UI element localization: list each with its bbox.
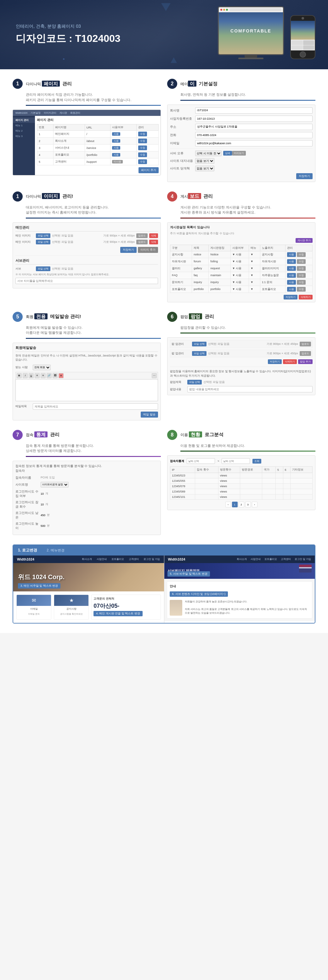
toolbar-italic[interactable]: I	[23, 373, 28, 378]
th-other: 기타정보	[290, 467, 312, 473]
select-server-error[interactable]: 선택 시 이동 전 선택	[195, 151, 222, 156]
btn-del-board[interactable]: 삭제하기	[299, 295, 312, 299]
btn-edit2[interactable]: 수정	[297, 280, 306, 285]
btn-del-popup[interactable]: 삭제하기	[283, 359, 297, 364]
btn-edit[interactable]: 사용	[287, 259, 296, 264]
save-basic-btn[interactable]: 저장하기	[296, 173, 312, 179]
preview-person: 저희들이 건강하여 품격 높은 표준(0시간이) 되겠습니다. 저희 서비스는 …	[170, 600, 310, 616]
mail-body-input[interactable]	[16, 379, 158, 401]
input-company[interactable]	[195, 107, 312, 114]
menu-menu3[interactable]: 메뉴 3	[13, 134, 35, 139]
edit-btn[interactable]: 수정	[138, 138, 147, 143]
toolbar-align-center[interactable]: ≡	[41, 373, 46, 378]
btn-popup-title-select[interactable]: 파일 선택	[187, 380, 202, 385]
preview-label-4: 4. 메인 게시판 연결 및 텍스트 변경	[93, 611, 143, 616]
toolbar-color[interactable]: A	[59, 373, 63, 378]
btn-edit[interactable]: 사용	[287, 266, 296, 271]
btn-save-img[interactable]: 저장하기	[120, 247, 136, 253]
select-site[interactable]: 사이트비공개 설정 공개	[41, 482, 69, 487]
edit-btn[interactable]: 수정	[138, 145, 147, 150]
btn-img-select-2[interactable]: 파일 선택	[36, 240, 51, 244]
btn-edit[interactable]: 사용	[287, 287, 296, 292]
page-next[interactable]: ›	[252, 502, 257, 508]
toolbar-img[interactable]: 🖼	[52, 373, 58, 378]
toolbar-more[interactable]: ⋯	[152, 373, 157, 378]
select-admin-notice[interactable]: 없음 보기	[195, 158, 214, 164]
btn-server-preview[interactable]: 미리보기	[232, 151, 246, 156]
add-page-btn[interactable]: 페이지 추가	[138, 167, 158, 173]
btn-add-popup[interactable]: 팝업 추가	[298, 359, 312, 364]
form-member-name: 접속자이름 PCI에 도입	[16, 476, 158, 480]
card-2-title: 공지사항	[54, 606, 89, 612]
edit-btn[interactable]: 수정	[138, 153, 147, 157]
popup-content-input[interactable]	[187, 386, 312, 392]
btn-popup-upload-1[interactable]: 업로드	[299, 342, 311, 347]
td-menu: ▼	[249, 279, 260, 286]
date-to-input[interactable]	[222, 458, 250, 464]
page-2[interactable]: 2	[239, 502, 244, 508]
toolbar-bold[interactable]: B	[17, 373, 22, 378]
sub-title-input[interactable]	[16, 278, 158, 284]
card-1-icon: ✉	[17, 595, 51, 606]
btn-send-mail[interactable]: 메일 발송	[141, 412, 158, 418]
menu-menu2[interactable]: 메뉴 2	[13, 128, 35, 134]
btn-popup-upload-2[interactable]: 업로드	[299, 351, 311, 356]
btn-save-board[interactable]: 저장하기	[284, 295, 298, 299]
mail-subject-input[interactable]	[33, 403, 158, 410]
date-from-input[interactable]	[187, 458, 215, 464]
btn-edit2[interactable]: 수정	[297, 273, 306, 278]
btn-img-del-1[interactable]: 삭제	[149, 233, 158, 238]
td-title: forum	[192, 258, 209, 265]
btn-add-img[interactable]: 이미지 추가	[138, 247, 158, 253]
select-mail-to[interactable]: 전체 회원 선택 회원	[33, 365, 51, 370]
grade-max-val: 10	[41, 503, 44, 506]
td-other	[290, 473, 312, 478]
btn-popup-select-1[interactable]: 파일 선택	[192, 342, 206, 347]
menu-menu1[interactable]: 메뉴 1	[13, 123, 35, 128]
section-1-content: 페이지 관리 번호 페이지명 URL 사용여부 관리	[35, 116, 160, 175]
board-table: 구분 제목 게시판명칭 사용여부 메뉴 노출위치 관리 공지사항 notice	[170, 245, 312, 293]
nav-item-3: 포트폴리오	[111, 557, 124, 561]
btn-edit2[interactable]: 수정	[297, 266, 306, 271]
page-3[interactable]: 3	[245, 502, 251, 508]
btn-img-del-2[interactable]: 삭제	[149, 240, 158, 244]
toolbar-align-left[interactable]: ≡	[35, 373, 40, 378]
device-monitor: COMFORTABLE	[218, 6, 284, 59]
menu-page-mgmt[interactable]: 페이지 관리	[13, 118, 35, 123]
btn-img-select-1[interactable]: 파일 선택	[36, 233, 51, 238]
btn-edit[interactable]: 사용	[287, 252, 296, 257]
toolbar-underline[interactable]: U	[29, 373, 34, 378]
section-7-panel: 접속된 정보의 통계 자료를 통해 방문자를 분석할 수 있습니다. 접속자 접…	[13, 461, 161, 535]
btn-save-popup[interactable]: 저장하기	[268, 359, 282, 364]
toolbar-link[interactable]: 🔗	[47, 373, 52, 378]
th-menu: 메뉴	[249, 245, 260, 251]
section-row-4: 7 접속 통계 관리 접속 통계 자료를 통해 방문자를 분석합니다. 상세한 …	[13, 430, 315, 535]
card-2-icon: ★	[54, 595, 89, 606]
input-reg[interactable]	[195, 116, 312, 122]
input-email[interactable]	[195, 140, 312, 146]
page-1[interactable]: 1	[232, 502, 238, 508]
btn-edit[interactable]: 사용	[287, 273, 296, 278]
btn-server-detail[interactable]: 상세	[223, 151, 232, 156]
edit-btn[interactable]: 수정	[138, 159, 147, 164]
btn-edit2[interactable]: 수정	[297, 259, 306, 264]
btn-popup-select-2[interactable]: 파일 선택	[192, 351, 206, 356]
mail-to-label: 받는 사람	[16, 365, 31, 369]
td-access	[195, 489, 218, 495]
btn-add-board[interactable]: 게시판 추가	[296, 238, 312, 243]
input-phone[interactable]	[195, 132, 312, 138]
btn-edit2[interactable]: 수정	[297, 287, 306, 292]
btn-img-upload-2[interactable]: 업로드	[136, 240, 147, 244]
select-site-close[interactable]: 없음 보기	[195, 165, 214, 171]
input-address[interactable]	[195, 124, 312, 130]
btn-sub-select[interactable]: 파일 선택	[36, 266, 51, 271]
log-table-row: 12345/078 views	[170, 484, 312, 489]
btn-edit[interactable]: 사용	[287, 280, 296, 285]
btn-img-upload-1[interactable]: 업로드	[136, 233, 147, 238]
btn-search-log[interactable]: 조회	[252, 459, 261, 463]
section-7-header: 7 접속 통계 관리	[13, 430, 161, 440]
edit-btn[interactable]: 수정	[138, 132, 147, 136]
form-grade-max: 로그인하시도 잠금 회수 10 개	[16, 500, 158, 509]
page-prev[interactable]: ‹	[225, 502, 231, 508]
btn-edit2[interactable]: 수정	[297, 252, 306, 257]
